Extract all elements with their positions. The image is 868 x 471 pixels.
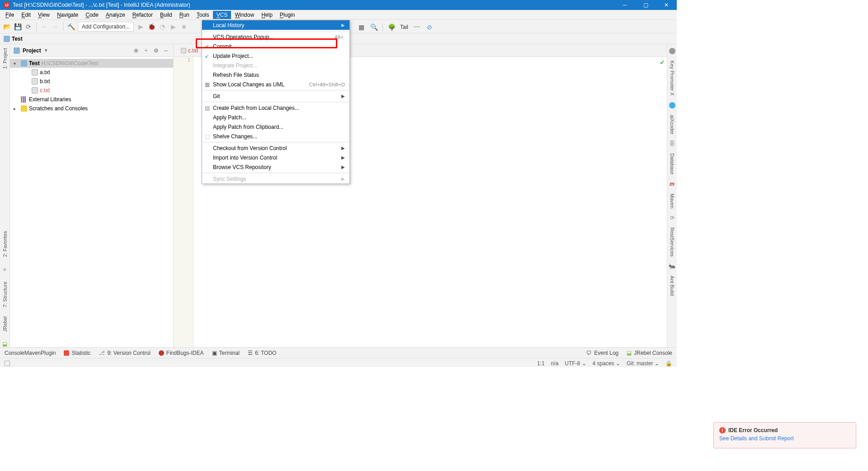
menu-window[interactable]: Window	[231, 11, 258, 19]
vcs-item-vcs-operations-popup[interactable]: VCS Operations Popup...Alt+`	[202, 32, 349, 42]
separator	[63, 22, 63, 31]
file-icon	[32, 78, 38, 85]
ext-libs-label: External Libraries	[29, 96, 71, 103]
run-dashboard-icon[interactable]: ▦	[357, 23, 365, 31]
coverage-icon[interactable]: ◔	[158, 23, 166, 31]
dropdown-icon[interactable]: ▼	[44, 48, 48, 53]
no-entry-icon[interactable]: ⊘	[425, 23, 434, 31]
vcs-item-update-project[interactable]: ↙Update Project...	[202, 51, 349, 61]
bottom-findbugs[interactable]: FindBugs-IDEA	[159, 350, 204, 356]
lock-icon[interactable]: 🔒	[665, 360, 672, 367]
status-indent[interactable]: 4 spaces ⌄	[593, 360, 620, 367]
menu-code[interactable]: Code	[82, 11, 102, 19]
vcs-item-show-local-changes-as-uml[interactable]: ▦Show Local Changes as UMLCtrl+Alt+Shift…	[202, 80, 349, 89]
menu-tools[interactable]: Tools	[193, 11, 213, 19]
vcs-item-shelve-changes[interactable]: ⬚Shelve Changes...	[202, 132, 349, 141]
tool-maven[interactable]: Maven	[670, 193, 675, 208]
divide-icon[interactable]: ÷	[142, 47, 150, 54]
editor-tab[interactable]: c.txt	[177, 45, 202, 56]
submenu-icon: ▶	[341, 155, 345, 160]
search-icon[interactable]: 🔍	[370, 23, 378, 31]
status-na[interactable]: n/a	[551, 360, 559, 367]
back-icon[interactable]: ←	[40, 23, 48, 31]
stop-icon[interactable]: ■	[180, 23, 188, 31]
tree-scratches[interactable]: ▸ Scratches and Consoles	[10, 104, 173, 113]
run-config-dropdown[interactable]: Add Configuration...	[78, 22, 134, 32]
menu-run[interactable]: Run	[176, 11, 193, 19]
menu-refactor[interactable]: Refactor	[129, 11, 156, 19]
tree-ext-libs[interactable]: External Libraries	[10, 95, 173, 104]
status-pos[interactable]: 1:1	[537, 360, 545, 367]
hammer-icon[interactable]: 🔨	[67, 23, 75, 31]
tool-antbuild[interactable]: Ant Build	[670, 276, 675, 296]
tool-restservices[interactable]: RestServices	[670, 227, 675, 257]
minimize-button[interactable]: ─	[614, 0, 635, 10]
tail-label[interactable]: Tail	[400, 24, 408, 30]
bottom-todo[interactable]: ☰6: TODO	[248, 350, 277, 356]
chart-icon[interactable]: 〰	[413, 23, 421, 31]
menu-item-label: Create Patch from Local Changes...	[213, 105, 345, 111]
menu-analyze[interactable]: Analyze	[102, 11, 129, 19]
menu-item-label: Integrate Project...	[213, 62, 345, 69]
bottom-consolemaven[interactable]: ConsoleMavenPlugin	[5, 350, 56, 356]
eventlog-icon: 🗩	[586, 350, 592, 356]
menu-item-label: Refresh File Status	[213, 72, 345, 78]
sync-icon[interactable]: ⟳	[24, 23, 33, 31]
tree-file[interactable]: a.txt	[10, 68, 173, 77]
tree-file[interactable]: c.txt	[10, 86, 173, 95]
tool-project[interactable]: 1: Project	[2, 48, 8, 69]
menu-build[interactable]: Build	[156, 11, 176, 19]
tool-favorites[interactable]: 2: Favorites	[2, 231, 8, 257]
vcs-item-refresh-file-status[interactable]: Refresh File Status	[202, 70, 349, 80]
tool-database[interactable]: Database	[670, 153, 675, 174]
vcs-item-create-patch-from-local-changes[interactable]: ▤Create Patch from Local Changes...	[202, 103, 349, 113]
tool-aixcoder[interactable]: aiXcoder	[670, 115, 675, 134]
save-icon[interactable]: 💾	[14, 23, 22, 31]
bottom-statistic[interactable]: Statistic	[64, 350, 90, 356]
menu-vcs[interactable]: VCS	[213, 11, 231, 19]
check-icon: ✔	[660, 59, 665, 66]
bottom-terminal[interactable]: ▣Terminal	[212, 350, 240, 356]
vcs-item-apply-patch[interactable]: Apply Patch...	[202, 113, 349, 122]
tool-structure[interactable]: 7: Structure	[2, 282, 8, 307]
vcs-item-git[interactable]: Git▶	[202, 91, 349, 101]
tool-jrebel[interactable]: JRebel	[2, 316, 8, 332]
shortcut-label: Alt+`	[335, 34, 345, 40]
menu-help[interactable]: Help	[258, 11, 276, 19]
breadcrumb-root[interactable]: Test	[12, 36, 23, 42]
run-icon[interactable]: ▶	[137, 23, 145, 31]
tool-keypromoter[interactable]: Key Promoter X	[670, 61, 675, 96]
menu-edit[interactable]: Edit	[18, 11, 34, 19]
vcs-item-commit[interactable]: ✔Commit...	[202, 42, 349, 51]
vcs-item-checkout-from-version-control[interactable]: Checkout from Version Control▶	[202, 143, 349, 153]
bottom-vcs[interactable]: ⎇9: Version Control	[99, 350, 150, 356]
debug-icon[interactable]: 🐞	[147, 23, 156, 31]
target-icon[interactable]: ⊕	[132, 47, 140, 54]
close-button[interactable]: ✕	[656, 0, 677, 10]
profile-icon[interactable]: ▶	[169, 23, 177, 31]
vcs-item-apply-patch-from-clipboard[interactable]: Apply Patch from Clipboard...	[202, 122, 349, 132]
menu-view[interactable]: View	[34, 11, 53, 19]
status-encoding[interactable]: UTF-8 ⌄	[565, 360, 586, 367]
tree-file[interactable]: b.txt	[10, 77, 173, 86]
tree-icon[interactable]: 🌳	[387, 23, 396, 31]
project-title[interactable]: Project	[23, 47, 41, 54]
tree-root[interactable]: ▾ Test H:\CSDN\Git\Code\Test	[10, 59, 173, 68]
menu-separator	[202, 102, 349, 102]
forward-icon[interactable]: →	[51, 23, 59, 31]
open-icon[interactable]: 📂	[3, 23, 11, 31]
gear-icon[interactable]: ⚙	[152, 47, 160, 54]
menu-file[interactable]: File	[2, 11, 18, 19]
maximize-button[interactable]: ▢	[635, 0, 656, 10]
vcs-item-local-history[interactable]: Local History▶	[202, 20, 349, 30]
bottom-eventlog[interactable]: 🗩Event Log	[586, 350, 618, 356]
submenu-icon: ▶	[341, 165, 345, 170]
status-box-icon[interactable]	[5, 361, 10, 366]
vcs-item-browse-vcs-repository[interactable]: Browse VCS Repository▶	[202, 162, 349, 172]
menu-plugin[interactable]: Plugin	[276, 11, 298, 19]
vcs-item-import-into-version-control[interactable]: Import into Version Control▶	[202, 153, 349, 162]
collapse-icon[interactable]: ─	[162, 47, 170, 54]
bottom-jrebel[interactable]: ⬓JRebel Console	[627, 350, 672, 356]
status-git[interactable]: Git: master ⌄	[627, 360, 659, 367]
menu-navigate[interactable]: Navigate	[53, 11, 82, 19]
